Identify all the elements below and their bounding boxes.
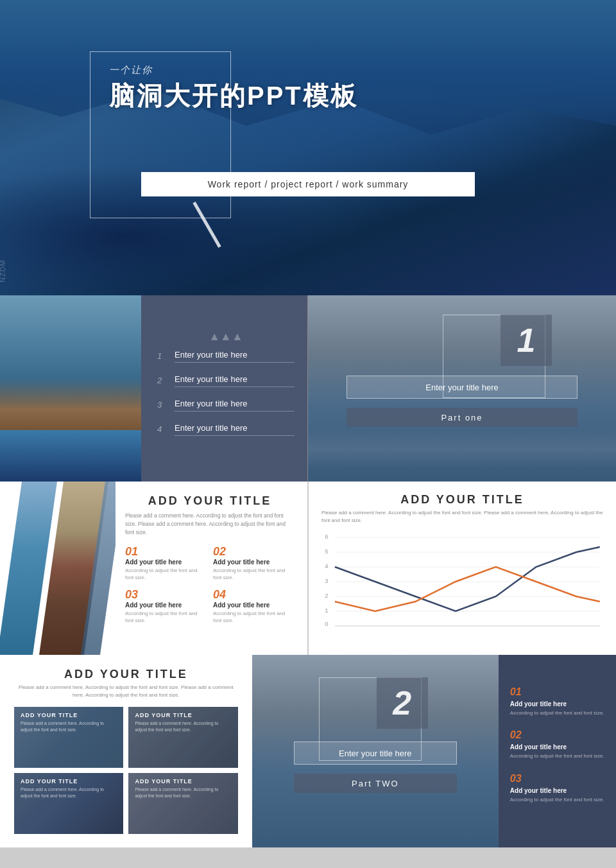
slide1-subtitle-cn: 一个让你 — [109, 64, 358, 76]
toc-text-4: Enter your title here — [175, 423, 295, 436]
slide1-title-block: 一个让你 脑洞大开的PPT模板 — [109, 64, 358, 111]
slide1-hero: 一个让你 脑洞大开的PPT模板 Work report / project re… — [0, 0, 616, 295]
slide3-big-num: 1 — [517, 321, 536, 360]
slide4-item-label-4: Add your title here — [213, 602, 295, 609]
slide4-item-num-4: 04 — [213, 588, 295, 602]
slide7-desc: Please add a comment here. According to … — [14, 684, 238, 699]
slide4-item-num-2: 02 — [213, 545, 295, 559]
slide3-part-one: 1 Enter your title here Part one — [308, 295, 616, 482]
svg-text:0: 0 — [325, 621, 328, 627]
slide4-content: ADD YOUR TITLE Please add a comment here… — [0, 482, 308, 655]
svg-text:2: 2 — [325, 593, 328, 599]
slide7-card-desc-3: Please add a comment here. According to … — [21, 786, 117, 799]
slide5-chart: ADD YOUR TITLE Please add a comment here… — [308, 482, 616, 655]
slide7-card-title-3: ADD YOUR TITLE — [21, 778, 117, 785]
slide6-item-label-3: Add your title here — [510, 787, 604, 794]
slide7-card-title-4: ADD YOUR TITLE — [135, 778, 231, 785]
slide4-item-label-2: Add your title here — [213, 559, 295, 566]
slide7-card-3: ADD YOUR TITLE Please add a comment here… — [14, 773, 123, 834]
toc-text-1: Enter your title here — [175, 350, 295, 363]
slide6-item-num-1: 01 — [510, 686, 604, 698]
mountain-icon: ▲▲▲ — [157, 330, 295, 343]
slide7-card-desc-1: Please add a comment here. According to … — [21, 720, 117, 733]
toc-item-3: 3 Enter your title here — [157, 399, 295, 412]
slide7-heading: ADD YOUR TITLE — [14, 668, 238, 681]
slide2-content: ▲▲▲ 1 Enter your title here 2 Enter your… — [141, 295, 307, 482]
slide6-item-label-2: Add your title here — [510, 743, 604, 751]
row3: ADD YOUR TITLE Please add a comment here… — [0, 482, 616, 655]
toc-text-3: Enter your title here — [175, 399, 295, 412]
toc-item-line-3: Enter your title here — [175, 399, 295, 412]
slide1-watermark: NZDM — [0, 259, 6, 282]
row4: ADD YOUR TITLE Please add a comment here… — [0, 655, 616, 847]
slide6-dark-panel: 01 Add your title here According to adju… — [499, 655, 616, 847]
row2: ▲▲▲ 1 Enter your title here 2 Enter your… — [0, 295, 616, 482]
slide4-items: 01 Add your title here According to adju… — [125, 545, 295, 624]
svg-text:6: 6 — [325, 534, 328, 540]
slide1-subtitle-text: Work report / project report / work summ… — [208, 179, 409, 189]
slide8-title-text: Enter your title here — [339, 749, 411, 758]
toc-num-4: 4 — [157, 424, 167, 434]
slide7-card-desc-4: Please add a comment here. According to … — [135, 786, 231, 799]
slide7-card-overlay-1: ADD YOUR TITLE Please add a comment here… — [14, 707, 123, 768]
toc-item-4: 4 Enter your title here — [157, 423, 295, 436]
slide7-card-2: ADD YOUR TITLE Please add a comment here… — [128, 707, 237, 768]
slide4-item-label-1: Add your title here — [125, 559, 207, 566]
slide4-item-num-3: 03 — [125, 588, 207, 602]
slide4-heading: ADD YOUR TITLE — [125, 494, 295, 508]
slide4-item-2: 02 Add your title here According to adju… — [213, 545, 295, 581]
slide8-part-text: Part TWO — [352, 779, 399, 788]
slide6-item-num-2: 02 — [510, 729, 604, 741]
slide1-subtitle-bar: Work report / project report / work summ… — [141, 172, 475, 196]
slide7-grid: ADD YOUR TITLE Please add a comment here… — [14, 707, 238, 834]
slide3-boat-trail — [308, 430, 616, 469]
slide2-toc: ▲▲▲ 1 Enter your title here 2 Enter your… — [0, 295, 308, 482]
slide3-title-text: Enter your title here — [425, 383, 498, 392]
slide8-part-label: Part TWO — [294, 774, 457, 793]
toc-num-1: 1 — [157, 351, 167, 361]
toc-item-line-4: Enter your title here — [175, 423, 295, 436]
slide4-item-desc-3: According to adjust the font and font si… — [125, 610, 207, 624]
slide4-right: ADD YOUR TITLE Please add a comment here… — [125, 494, 295, 624]
slide3-num-bg: 1 — [501, 315, 552, 366]
slide3-title-box: Enter your title here — [346, 376, 578, 399]
slide6-item-label-1: Add your title here — [510, 700, 604, 707]
toc-item-line-2: Enter your title here — [175, 374, 295, 387]
svg-text:1: 1 — [325, 607, 328, 614]
slide6-item-desc-3: According to adjust the font and font si… — [510, 796, 604, 803]
slide8-part-two: 2 Enter your title here Part TWO — [252, 655, 499, 847]
slide8-title-box: Enter your title here — [294, 742, 457, 765]
slide8-big-num: 2 — [393, 684, 411, 722]
slide4-item-desc-1: According to adjust the font and font si… — [125, 567, 207, 581]
slide7-card-title-2: ADD YOUR TITLE — [135, 712, 231, 718]
slide4-item-num-1: 01 — [125, 545, 207, 559]
slide5-heading: ADD YOUR TITLE — [321, 493, 603, 507]
slide4-item-desc-4: According to adjust the font and font si… — [213, 610, 295, 624]
toc-item-line-1: Enter your title here — [175, 350, 295, 363]
slide7-photo-grid: ADD YOUR TITLE Please add a comment here… — [0, 655, 252, 847]
slide4-desc: Please add a comment here. According to … — [125, 512, 295, 536]
slide6-item-2: 02 Add your title here According to adju… — [510, 729, 604, 759]
slide6-item-3: 03 Add your title here According to adju… — [510, 773, 604, 803]
slide8-num-bg: 2 — [377, 677, 428, 729]
toc-text-2: Enter your title here — [175, 374, 295, 387]
slide7-card-overlay-3: ADD YOUR TITLE Please add a comment here… — [14, 773, 123, 834]
toc-item-2: 2 Enter your title here — [157, 374, 295, 387]
slide6-items: 01 Add your title here According to adju… — [510, 686, 604, 816]
toc-num-2: 2 — [157, 376, 167, 385]
toc-num-3: 3 — [157, 400, 167, 410]
slide7-card-overlay-2: ADD YOUR TITLE Please add a comment here… — [128, 707, 237, 768]
slide7-card-1: ADD YOUR TITLE Please add a comment here… — [14, 707, 123, 768]
slide4-item-desc-2: According to adjust the font and font si… — [213, 567, 295, 581]
slide5-chart-area: 6 5 4 3 2 1 0 — [321, 531, 603, 627]
slide7-card-4: ADD YOUR TITLE Please add a comment here… — [128, 773, 237, 834]
svg-text:5: 5 — [325, 548, 328, 555]
slide6-item-1: 01 Add your title here According to adju… — [510, 686, 604, 716]
slide7-card-overlay-4: ADD YOUR TITLE Please add a comment here… — [128, 773, 237, 834]
line-chart-svg: 6 5 4 3 2 1 0 — [321, 531, 603, 627]
slide4-strips — [0, 482, 116, 655]
slide2-image — [0, 295, 141, 482]
slide5-desc: Please add a comment here. According to … — [321, 509, 603, 525]
slide1-main-cn: 脑洞大开的PPT模板 — [109, 80, 358, 111]
slide4-item-4: 04 Add your title here According to adju… — [213, 588, 295, 624]
